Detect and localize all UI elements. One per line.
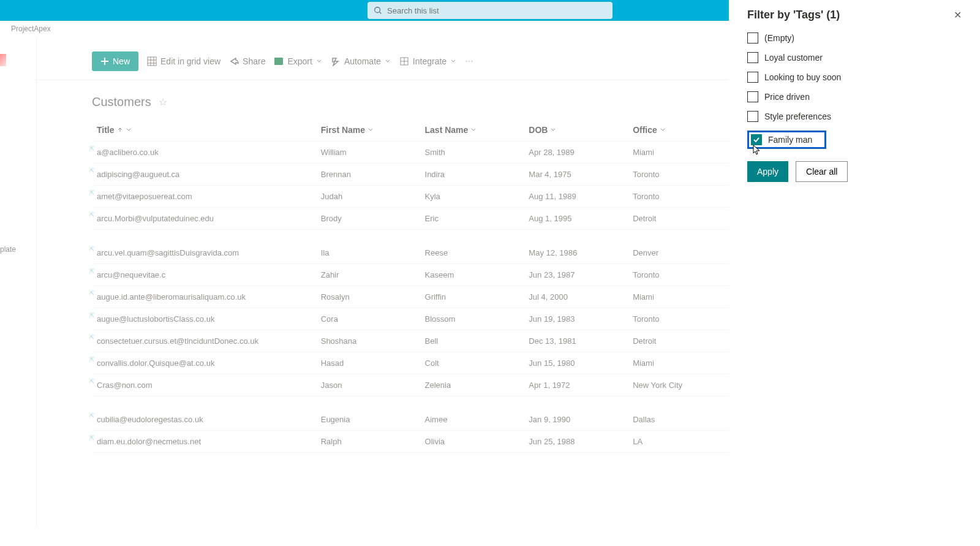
share-indicator-icon: ⇱ xyxy=(89,246,94,252)
share-indicator-icon: ⇱ xyxy=(89,145,94,152)
chevron-down-icon xyxy=(368,127,374,133)
automate-button[interactable]: Automate xyxy=(331,56,391,66)
search-box[interactable] xyxy=(368,2,612,19)
more-button[interactable]: ⋯ xyxy=(465,56,473,66)
search-icon xyxy=(374,6,382,15)
filter-option[interactable]: Looking to buy soon xyxy=(747,72,962,83)
cell-dob: Jun 23, 1987 xyxy=(524,264,628,286)
cell-dob: May 12, 1986 xyxy=(524,242,628,264)
filter-panel: Filter by 'Tags' (1) ✕ (Empty)Loyal cust… xyxy=(729,0,980,527)
plus-icon xyxy=(100,57,109,66)
left-nav: mplate t xyxy=(0,37,37,527)
cell-dob: Apr 1, 1972 xyxy=(524,374,628,396)
col-last-name[interactable]: Last Name xyxy=(420,119,524,142)
col-first-name[interactable]: First Name xyxy=(316,119,420,142)
cell-last: Blossom xyxy=(420,308,524,330)
cell-office: Toronto xyxy=(628,264,732,286)
cell-first: Ralph xyxy=(316,431,420,453)
cell-office: Miami xyxy=(628,286,732,308)
search-input[interactable] xyxy=(387,6,606,15)
filter-option-highlighted[interactable]: Family man xyxy=(747,131,826,149)
cell-title: ⇱augue@luctuslobortisClass.co.uk xyxy=(92,308,316,330)
cell-office: New York City xyxy=(628,374,732,396)
export-label: Export xyxy=(287,56,312,66)
filter-option[interactable]: Price driven xyxy=(747,91,962,102)
cell-title: ⇱Cras@non.com xyxy=(92,374,316,396)
grid-icon xyxy=(147,56,157,66)
filter-option-label: Family man xyxy=(768,135,812,145)
checkbox-checked[interactable] xyxy=(751,134,762,145)
chevron-down-icon xyxy=(550,127,556,133)
cell-office: Detroit xyxy=(628,330,732,352)
share-button[interactable]: Share xyxy=(229,56,265,66)
export-button[interactable]: Export xyxy=(274,56,322,66)
share-indicator-icon: ⇱ xyxy=(89,211,94,218)
share-label: Share xyxy=(243,56,265,66)
share-indicator-icon: ⇱ xyxy=(89,312,94,319)
new-button[interactable]: New xyxy=(92,51,138,71)
flow-icon xyxy=(331,56,341,66)
filter-option[interactable]: Style preferences xyxy=(747,111,962,122)
cell-dob: Mar 4, 1975 xyxy=(524,164,628,186)
cell-dob: Jul 4, 2000 xyxy=(524,286,628,308)
close-button[interactable]: ✕ xyxy=(954,9,962,21)
cell-dob: Apr 28, 1989 xyxy=(524,142,628,164)
cell-first: Zahir xyxy=(316,264,420,286)
cell-first: Judah xyxy=(316,186,420,208)
cell-office: Miami xyxy=(628,142,732,164)
filter-option[interactable]: (Empty) xyxy=(747,32,962,44)
chevron-down-icon xyxy=(126,127,132,133)
cell-office: Detroit xyxy=(628,208,732,230)
cell-last: Bell xyxy=(420,330,524,352)
integrate-icon xyxy=(399,56,409,66)
filter-option-label: Style preferences xyxy=(764,112,831,121)
cell-last: Aimee xyxy=(420,409,524,431)
checkbox[interactable] xyxy=(747,91,758,102)
chevron-down-icon xyxy=(660,127,666,133)
nav-item-template[interactable]: mplate xyxy=(0,245,16,254)
col-dob[interactable]: DOB xyxy=(524,119,628,142)
share-indicator-icon: ⇱ xyxy=(89,334,94,341)
svg-rect-2 xyxy=(274,58,283,65)
cell-last: Zelenia xyxy=(420,374,524,396)
cell-title: ⇱cubilia@eudoloregestas.co.uk xyxy=(92,409,316,431)
cell-first: Cora xyxy=(316,308,420,330)
cell-last: Colt xyxy=(420,352,524,374)
cell-last: Kaseem xyxy=(420,264,524,286)
cell-dob: Aug 1, 1995 xyxy=(524,208,628,230)
cursor-icon xyxy=(753,145,761,156)
filter-option[interactable]: Loyal customer xyxy=(747,52,962,63)
cell-title: ⇱arcu.vel.quam@sagittisDuisgravida.com xyxy=(92,242,316,264)
share-indicator-icon: ⇱ xyxy=(89,290,94,297)
cell-last: Indira xyxy=(420,164,524,186)
filter-option-label: Loyal customer xyxy=(764,53,823,63)
cell-first: Eugenia xyxy=(316,409,420,431)
clear-all-button[interactable]: Clear all xyxy=(796,161,848,182)
cell-dob: Jun 25, 1988 xyxy=(524,431,628,453)
cell-office: Miami xyxy=(628,352,732,374)
cell-first: Jason xyxy=(316,374,420,396)
check-icon xyxy=(753,136,760,143)
cell-last: Olivia xyxy=(420,431,524,453)
cell-title: ⇱consectetuer.cursus.et@tinciduntDonec.c… xyxy=(92,330,316,352)
cell-office: Dallas xyxy=(628,409,732,431)
checkbox[interactable] xyxy=(747,72,758,83)
edit-grid-button[interactable]: Edit in grid view xyxy=(147,56,221,66)
cell-title: ⇱adipiscing@augueut.ca xyxy=(92,164,316,186)
filter-option-label: Price driven xyxy=(764,92,810,102)
share-indicator-icon: ⇱ xyxy=(89,356,94,363)
cell-title: ⇱amet@vitaeposuereat.com xyxy=(92,186,316,208)
automate-label: Automate xyxy=(344,56,381,66)
cell-title: ⇱arcu@nequevitae.c xyxy=(92,264,316,286)
checkbox[interactable] xyxy=(747,52,758,63)
cell-dob: Dec 13, 1981 xyxy=(524,330,628,352)
cell-first: Shoshana xyxy=(316,330,420,352)
checkbox[interactable] xyxy=(747,111,758,122)
apply-button[interactable]: Apply xyxy=(747,161,788,182)
col-title[interactable]: Title xyxy=(92,119,316,142)
favorite-star-icon[interactable]: ☆ xyxy=(159,96,167,108)
filter-option-label: Looking to buy soon xyxy=(764,72,841,82)
col-office[interactable]: Office xyxy=(628,119,732,142)
integrate-button[interactable]: Integrate xyxy=(399,56,456,66)
checkbox[interactable] xyxy=(747,32,758,44)
